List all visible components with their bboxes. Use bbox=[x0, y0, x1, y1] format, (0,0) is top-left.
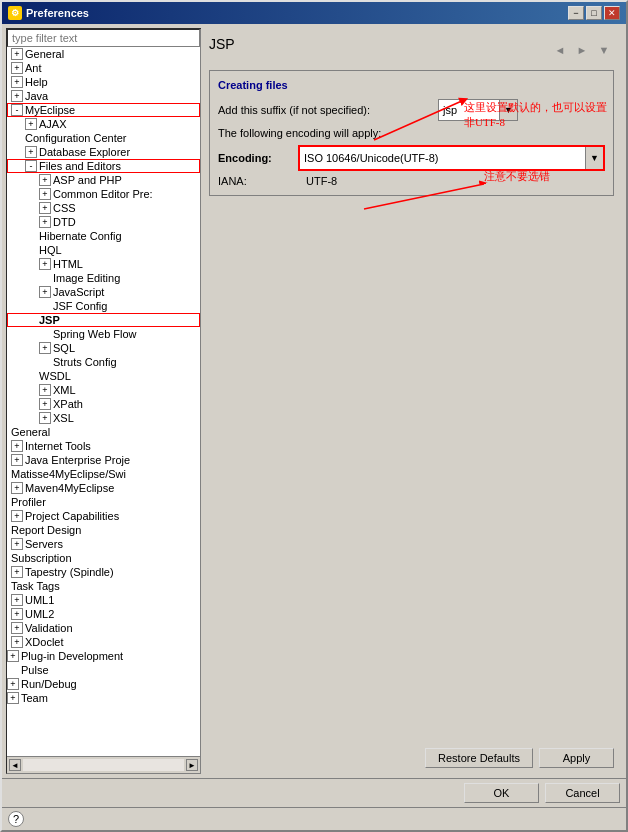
tree-item-javascript[interactable]: + JavaScript bbox=[7, 285, 200, 299]
expand-icon[interactable]: + bbox=[11, 608, 23, 620]
tree-item-general[interactable]: + General bbox=[7, 47, 200, 61]
expand-icon[interactable]: + bbox=[11, 594, 23, 606]
apply-button[interactable]: Apply bbox=[539, 748, 614, 768]
tree-item-general2[interactable]: General bbox=[7, 425, 200, 439]
tree-item-java-ent[interactable]: + Java Enterprise Proje bbox=[7, 453, 200, 467]
cancel-button[interactable]: Cancel bbox=[545, 783, 620, 803]
nav-arrows: ◄ ► ▼ bbox=[550, 41, 614, 59]
tree-item-myeclipse[interactable]: - MyEclipse bbox=[7, 103, 200, 117]
tree-item-hql[interactable]: HQL bbox=[7, 243, 200, 257]
expand-icon[interactable]: + bbox=[39, 174, 51, 186]
help-button[interactable]: ? bbox=[8, 811, 24, 827]
tree-item-ant[interactable]: + Ant bbox=[7, 61, 200, 75]
tree-item-dtd[interactable]: + DTD bbox=[7, 215, 200, 229]
menu-button[interactable]: ▼ bbox=[594, 41, 614, 59]
minimize-button[interactable]: − bbox=[568, 6, 584, 20]
restore-defaults-button[interactable]: Restore Defaults bbox=[425, 748, 533, 768]
tree-item-xsl[interactable]: + XSL bbox=[7, 411, 200, 425]
filter-input[interactable] bbox=[7, 29, 200, 47]
tree-item-uml2[interactable]: + UML2 bbox=[7, 607, 200, 621]
tree-item-jsp[interactable]: JSP bbox=[7, 313, 200, 327]
tree-item-java[interactable]: + Java bbox=[7, 89, 200, 103]
tree-item-config-center[interactable]: Configuration Center bbox=[7, 131, 200, 145]
expand-icon[interactable]: + bbox=[11, 440, 23, 452]
expand-icon[interactable]: + bbox=[7, 678, 19, 690]
tree-item-xml[interactable]: + XML bbox=[7, 383, 200, 397]
expand-icon[interactable]: + bbox=[39, 286, 51, 298]
tree-item-sql[interactable]: + SQL bbox=[7, 341, 200, 355]
tree-item-hibernate-config[interactable]: Hibernate Config bbox=[7, 229, 200, 243]
tree-item-spring-web-flow[interactable]: Spring Web Flow bbox=[7, 327, 200, 341]
tree-item-run-debug[interactable]: + Run/Debug bbox=[7, 677, 200, 691]
back-button[interactable]: ◄ bbox=[550, 41, 570, 59]
tree-item-maven[interactable]: + Maven4MyEclipse bbox=[7, 481, 200, 495]
expand-icon[interactable]: + bbox=[11, 454, 23, 466]
expand-icon[interactable]: + bbox=[11, 482, 23, 494]
maximize-button[interactable]: □ bbox=[586, 6, 602, 20]
expand-icon[interactable]: + bbox=[39, 412, 51, 424]
tree-item-common-editor[interactable]: + Common Editor Pre: bbox=[7, 187, 200, 201]
tree-item-proj-cap[interactable]: + Project Capabilities bbox=[7, 509, 200, 523]
arrow2-svg bbox=[344, 169, 504, 249]
expand-icon[interactable]: + bbox=[11, 48, 23, 60]
tree-item-asp-php[interactable]: + ASP and PHP bbox=[7, 173, 200, 187]
expand-icon[interactable]: + bbox=[11, 538, 23, 550]
scroll-right-btn[interactable]: ► bbox=[186, 759, 198, 771]
tree-item-struts-config[interactable]: Struts Config bbox=[7, 355, 200, 369]
scroll-left-btn[interactable]: ◄ bbox=[9, 759, 21, 771]
tree-item-image-editing[interactable]: Image Editing bbox=[7, 271, 200, 285]
expand-icon[interactable]: + bbox=[39, 202, 51, 214]
expand-icon[interactable]: + bbox=[7, 692, 19, 704]
tree-item-servers[interactable]: + Servers bbox=[7, 537, 200, 551]
left-panel: + General + Ant + Help + Java - MyEcli bbox=[6, 28, 201, 774]
tree-item-matisse[interactable]: Matisse4MyEclipse/Swi bbox=[7, 467, 200, 481]
tree-item-pulse[interactable]: Pulse bbox=[7, 663, 200, 677]
expand-icon[interactable]: + bbox=[25, 118, 37, 130]
expand-icon[interactable]: - bbox=[25, 160, 37, 172]
tree-item-wsdl[interactable]: WSDL bbox=[7, 369, 200, 383]
expand-icon[interactable]: + bbox=[11, 510, 23, 522]
tree-item-jsf-config[interactable]: JSF Config bbox=[7, 299, 200, 313]
expand-icon[interactable]: + bbox=[7, 650, 19, 662]
forward-button[interactable]: ► bbox=[572, 41, 592, 59]
expand-icon[interactable]: + bbox=[11, 90, 23, 102]
expand-icon[interactable]: + bbox=[11, 76, 23, 88]
tree-item-task-tags[interactable]: Task Tags bbox=[7, 579, 200, 593]
expand-icon[interactable]: + bbox=[39, 258, 51, 270]
tree-item-subscription[interactable]: Subscription bbox=[7, 551, 200, 565]
expand-icon[interactable]: + bbox=[11, 62, 23, 74]
tree-item-internet-tools[interactable]: + Internet Tools bbox=[7, 439, 200, 453]
encoding-dropdown-arrow[interactable]: ▼ bbox=[585, 147, 603, 169]
tree-item-uml1[interactable]: + UML1 bbox=[7, 593, 200, 607]
expand-icon[interactable]: + bbox=[11, 566, 23, 578]
expand-icon[interactable]: + bbox=[39, 188, 51, 200]
expand-icon[interactable]: + bbox=[11, 622, 23, 634]
tree-item-xdoclet[interactable]: + XDoclet bbox=[7, 635, 200, 649]
tree-item-team[interactable]: + Team bbox=[7, 691, 200, 705]
tree-item-xpath[interactable]: + XPath bbox=[7, 397, 200, 411]
scroll-track[interactable] bbox=[23, 759, 184, 771]
tree-item-profiler[interactable]: Profiler bbox=[7, 495, 200, 509]
ok-button[interactable]: OK bbox=[464, 783, 539, 803]
expand-icon[interactable]: + bbox=[39, 216, 51, 228]
tree-item-plugin-dev[interactable]: + Plug-in Development bbox=[7, 649, 200, 663]
close-button[interactable]: ✕ bbox=[604, 6, 620, 20]
tree-item-help[interactable]: + Help bbox=[7, 75, 200, 89]
expand-icon[interactable]: + bbox=[39, 398, 51, 410]
expand-icon[interactable]: + bbox=[25, 146, 37, 158]
expand-icon[interactable]: - bbox=[11, 104, 23, 116]
tree-item-db-explorer[interactable]: + Database Explorer bbox=[7, 145, 200, 159]
tree-item-report-design[interactable]: Report Design bbox=[7, 523, 200, 537]
annotation1-container: 这里设置默认的，也可以设置 非UTF-8 bbox=[464, 100, 614, 131]
expand-icon[interactable]: + bbox=[39, 342, 51, 354]
tree-item-files-editors[interactable]: - Files and Editors bbox=[7, 159, 200, 173]
tree-item-html[interactable]: + HTML bbox=[7, 257, 200, 271]
tree-item-validation[interactable]: + Validation bbox=[7, 621, 200, 635]
tree-item-css[interactable]: + CSS bbox=[7, 201, 200, 215]
expand-icon[interactable]: + bbox=[39, 384, 51, 396]
iana-value: UTF-8 bbox=[306, 175, 337, 187]
tree-item-tapestry[interactable]: + Tapestry (Spindle) bbox=[7, 565, 200, 579]
tree-item-ajax[interactable]: + AJAX bbox=[7, 117, 200, 131]
main-panel: + General + Ant + Help + Java - MyEcli bbox=[2, 24, 626, 778]
expand-icon[interactable]: + bbox=[11, 636, 23, 648]
